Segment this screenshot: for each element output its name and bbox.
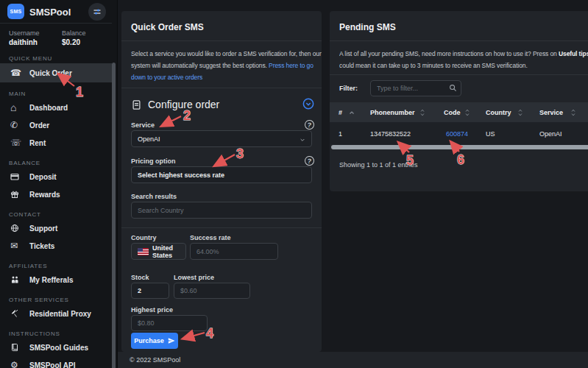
active-orders-link[interactable]: Press here to go (269, 62, 314, 69)
cell-service: OpenAI (539, 130, 562, 138)
col-code[interactable]: Code (444, 109, 461, 116)
stock-field[interactable]: 2 (131, 283, 169, 299)
sort-icon[interactable] (570, 109, 576, 116)
table-showing-entries: Showing 1 to 1 of 1 entries (339, 161, 418, 169)
sort-icon[interactable] (419, 109, 425, 116)
col-service[interactable]: Service (539, 109, 563, 116)
pricing-option-field[interactable]: Select highest success rate (131, 166, 312, 183)
paper-plane-icon (168, 337, 175, 344)
sidebar-item-smspool-guides[interactable]: SMSPool Guides (0, 339, 112, 356)
quick-order-panel: Quick Order SMS Select a service you wou… (121, 11, 322, 352)
home-icon (10, 102, 29, 113)
section-label-contact: CONTACT (0, 210, 112, 219)
highest-price-field[interactable]: $0.80 (131, 315, 208, 331)
quick-order-title: Quick Order SMS (131, 22, 204, 32)
configure-order-header: Configure order (131, 96, 314, 113)
us-flag-icon (138, 248, 149, 255)
stock-label: Stock (131, 274, 149, 281)
balance-value: $0.20 (62, 38, 80, 46)
col-num[interactable]: # (339, 109, 342, 116)
pending-sms-description: A list of all your pending SMS, need mor… (339, 48, 588, 71)
envelope-icon (10, 241, 29, 251)
cell-code-link[interactable]: 600874 (446, 130, 468, 138)
table-row: 1 13475832522 600874 US OpenAI (330, 122, 588, 144)
sidebar-menu: QUICK MENU Quick Order MAIN Dashboard Or… (0, 54, 112, 368)
purchase-label: Purchase (134, 337, 164, 344)
users-icon (10, 275, 29, 284)
section-label-instructions: INSTRUCTIONS (0, 330, 112, 339)
table-header: # Phonenumber Code Country Service (330, 102, 588, 122)
filter-input[interactable] (370, 80, 461, 96)
cell-phonenumber: 13475832522 (370, 130, 411, 138)
desc-pre: A list of all your pending SMS, need mor… (339, 50, 559, 57)
service-select[interactable]: OpenAI (131, 130, 312, 147)
credit-card-icon (10, 172, 29, 181)
sidebar-item-order[interactable]: Order (0, 116, 112, 134)
success-rate-field[interactable]: 64.00% (190, 243, 278, 260)
sort-icon[interactable] (464, 109, 470, 116)
section-label-other-services: OTHER SERVICES (0, 296, 112, 305)
sidebar-item-my-refferals[interactable]: My Refferals (0, 271, 112, 289)
sidebar-item-residential-proxy[interactable]: Residential Proxy (0, 305, 112, 322)
sidebar-toggle-button[interactable] (88, 3, 106, 21)
col-phonenumber[interactable]: Phonenumber (370, 109, 415, 116)
pricing-option-value: Select highest success rate (138, 171, 224, 179)
sidebar-item-support[interactable]: Support (0, 219, 112, 237)
username-value: daithinh (9, 38, 38, 46)
col-country[interactable]: Country (486, 109, 511, 116)
sliders-icon (93, 7, 102, 16)
country-chip[interactable]: United States (131, 243, 186, 260)
sidebar-item-dashboard[interactable]: Dashboard (0, 99, 112, 116)
sidebar: SMS SMSPool Username daithinh Balance $0… (0, 0, 118, 368)
lowest-price-field[interactable]: $0.60 (174, 283, 250, 299)
section-label-quick-menu: QUICK MENU (0, 54, 112, 63)
sidebar-item-rewards[interactable]: Rewards (0, 185, 112, 203)
globe-icon (10, 224, 29, 233)
service-label: Service (131, 121, 155, 129)
pricing-option-label: Pricing option (131, 158, 176, 165)
sidebar-scrollbar[interactable] (112, 63, 116, 368)
desc-line2: system will automatically suggest the be… (131, 62, 269, 69)
user-summary: Username daithinh Balance $0.20 (0, 28, 112, 54)
horizontal-scrollbar[interactable] (331, 145, 588, 149)
purchase-button[interactable]: Purchase (131, 333, 178, 349)
balance-label: Balance (62, 29, 86, 37)
sidebar-item-deposit[interactable]: Deposit (0, 168, 112, 185)
service-help-icon[interactable]: ? (304, 119, 315, 130)
useful-tips-text: Useful tips (559, 50, 588, 57)
success-rate-label: Success rate (190, 234, 231, 241)
country-label: Country (131, 234, 157, 241)
sort-icon[interactable] (517, 109, 523, 116)
phone-call-icon (10, 120, 29, 130)
divider (121, 40, 322, 41)
book-icon (10, 343, 29, 352)
collapse-chevron-icon[interactable] (302, 98, 314, 110)
sidebar-header: SMS SMSPool (0, 0, 112, 24)
copyright-text: © 2022 SMSPool (130, 356, 180, 364)
lowest-price-label: Lowest price (174, 274, 214, 281)
lowest-price-value: $0.60 (180, 287, 197, 294)
country-value: United States (152, 244, 180, 259)
chevron-down-icon (300, 137, 305, 143)
logo-text: SMS (10, 9, 22, 14)
search-results-label: Search results (131, 193, 177, 200)
footer: © 2022 SMSPool (118, 352, 588, 368)
smspool-logo: SMS (7, 4, 24, 19)
gift-icon (10, 190, 29, 199)
sidebar-item-smspool-api[interactable]: SMSPool API (0, 356, 112, 368)
sidebar-item-rent[interactable]: Rent (0, 134, 112, 152)
pending-sms-panel: Pending SMS A list of all your pending S… (330, 11, 588, 191)
section-label-main: MAIN (0, 90, 112, 99)
sort-asc-icon[interactable] (349, 110, 355, 117)
sidebar-item-tickets[interactable]: Tickets (0, 237, 112, 255)
search-country-input[interactable] (131, 202, 312, 219)
divider (330, 40, 588, 41)
phone-receiver-icon (10, 138, 29, 148)
desc-line2: could mean it can take up to 3 minutes t… (339, 62, 528, 69)
active-orders-link[interactable]: down to your active orders (131, 74, 202, 81)
pending-sms-title: Pending SMS (339, 22, 396, 32)
sidebar-item-quick-order[interactable]: Quick Order (0, 63, 112, 82)
divider (121, 227, 322, 228)
pricing-help-icon[interactable]: ? (304, 155, 315, 166)
configure-order-title: Configure order (148, 99, 219, 110)
